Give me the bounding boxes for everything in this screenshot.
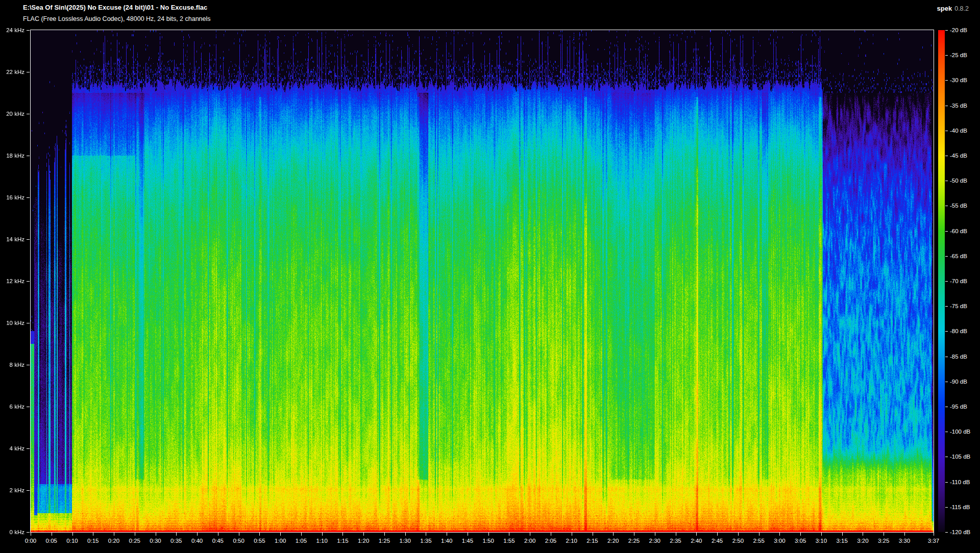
frequency-tick-mark xyxy=(27,197,30,198)
legend-tick-mark xyxy=(945,231,948,232)
time-tick-label: 0:40 xyxy=(186,537,208,544)
time-tick-mark xyxy=(696,533,697,536)
frequency-tick-label: 10 kHz xyxy=(1,319,24,326)
frequency-tick-mark xyxy=(27,407,30,407)
time-tick-mark xyxy=(759,533,760,536)
time-tick-label: 0:05 xyxy=(40,537,63,544)
legend-tick-mark xyxy=(945,80,948,81)
legend-tick-label: -70 dB xyxy=(950,278,967,285)
time-tick-label: 2:20 xyxy=(602,537,624,544)
legend-tick-mark xyxy=(945,407,948,407)
time-tick-label: 1:10 xyxy=(311,537,333,544)
frequency-tick-mark xyxy=(27,323,30,323)
legend-tick-mark xyxy=(945,281,948,282)
legend-tick-mark xyxy=(945,306,948,307)
frequency-tick-mark xyxy=(27,365,30,365)
legend-tick-mark xyxy=(945,482,948,483)
time-tick-mark xyxy=(363,533,364,536)
time-tick-mark xyxy=(821,533,822,536)
legend-tick-label: -105 dB xyxy=(950,453,970,460)
time-tick-mark xyxy=(31,533,31,536)
frequency-tick-mark xyxy=(27,30,30,31)
time-tick-mark xyxy=(655,533,655,536)
frequency-tick-label: 8 kHz xyxy=(1,361,24,368)
spectrogram-canvas xyxy=(31,30,934,532)
time-tick-mark xyxy=(114,533,114,536)
legend-tick-label: -80 dB xyxy=(950,328,967,335)
time-tick-mark xyxy=(259,533,260,536)
frequency-tick-mark xyxy=(27,114,30,114)
time-tick-label: 1:30 xyxy=(394,537,416,544)
time-tick-label: 0:35 xyxy=(165,537,187,544)
time-tick-mark xyxy=(863,533,863,536)
frequency-tick-label: 12 kHz xyxy=(1,278,24,285)
time-tick-label: 0:30 xyxy=(144,537,167,544)
frequency-tick-label: 14 kHz xyxy=(1,236,24,243)
legend-tick-label: -75 dB xyxy=(950,303,967,310)
time-tick-mark xyxy=(488,533,489,536)
time-tick-label: 1:45 xyxy=(456,537,479,544)
legend-colorbar xyxy=(938,30,945,532)
spek-window: E:\Sea Of Sin\(2025) No Excuse (24 bit)\… xyxy=(0,0,980,553)
frequency-tick-label: 0 kHz xyxy=(1,529,24,536)
time-tick-mark xyxy=(842,533,843,536)
time-tick-mark xyxy=(634,533,634,536)
time-tick-label: 0:00 xyxy=(19,537,42,544)
time-tick-label: 0:55 xyxy=(248,537,271,544)
time-tick-mark xyxy=(239,533,239,536)
time-tick-label: 0:45 xyxy=(207,537,229,544)
frequency-tick-label: 2 kHz xyxy=(1,487,24,494)
time-tick-mark xyxy=(384,533,385,536)
time-tick-label: 0:10 xyxy=(61,537,84,544)
legend-tick-label: -25 dB xyxy=(950,52,967,59)
app-brand: spek0.8.2 xyxy=(937,5,969,12)
time-tick-label: 2:40 xyxy=(685,537,707,544)
time-tick-label: 3:20 xyxy=(851,537,874,544)
legend-tick-mark xyxy=(945,382,948,382)
time-tick-mark xyxy=(322,533,323,536)
time-tick-label: 2:15 xyxy=(581,537,604,544)
time-tick-mark xyxy=(551,533,551,536)
legend-tick-mark xyxy=(945,181,948,181)
time-tick-label: 0:15 xyxy=(82,537,104,544)
time-tick-mark xyxy=(218,533,218,536)
time-tick-mark xyxy=(572,533,572,536)
frequency-tick-mark xyxy=(27,239,30,240)
frequency-tick-mark xyxy=(27,490,30,491)
legend-tick-label: -40 dB xyxy=(950,127,967,134)
time-tick-label: 0:20 xyxy=(103,537,125,544)
time-tick-mark xyxy=(738,533,739,536)
time-tick-mark xyxy=(405,533,406,536)
legend-tick-mark xyxy=(945,507,948,508)
time-tick-label: 2:10 xyxy=(560,537,583,544)
time-tick-label: 2:25 xyxy=(623,537,645,544)
legend-tick-label: -55 dB xyxy=(950,202,967,209)
legend-tick-mark xyxy=(945,532,948,533)
legend-tick-mark xyxy=(945,106,948,106)
time-tick-label: 2:35 xyxy=(665,537,687,544)
time-tick-label: 3:37 xyxy=(922,537,945,544)
frequency-tick-label: 6 kHz xyxy=(1,403,24,410)
time-tick-label: 3:05 xyxy=(789,537,812,544)
time-tick-label: 3:25 xyxy=(872,537,895,544)
legend-tick-mark xyxy=(945,30,948,31)
frequency-tick-label: 24 kHz xyxy=(1,27,24,34)
frequency-tick-label: 16 kHz xyxy=(1,194,24,201)
time-tick-mark xyxy=(904,533,905,536)
time-tick-label: 2:30 xyxy=(644,537,666,544)
time-tick-label: 2:05 xyxy=(540,537,562,544)
app-version: 0.8.2 xyxy=(954,5,969,12)
time-tick-label: 2:50 xyxy=(727,537,749,544)
time-tick-mark xyxy=(135,533,135,536)
time-tick-mark xyxy=(468,533,468,536)
time-tick-label: 2:45 xyxy=(706,537,728,544)
legend-tick-label: -20 dB xyxy=(950,27,967,34)
legend-tick-label: -115 dB xyxy=(950,504,970,511)
time-tick-mark xyxy=(156,533,156,536)
time-tick-label: 1:50 xyxy=(477,537,500,544)
legend-tick-mark xyxy=(945,55,948,56)
legend-tick-mark xyxy=(945,256,948,257)
frequency-tick-label: 20 kHz xyxy=(1,110,24,117)
legend-tick-label: -30 dB xyxy=(950,77,967,84)
time-tick-mark xyxy=(934,533,934,536)
